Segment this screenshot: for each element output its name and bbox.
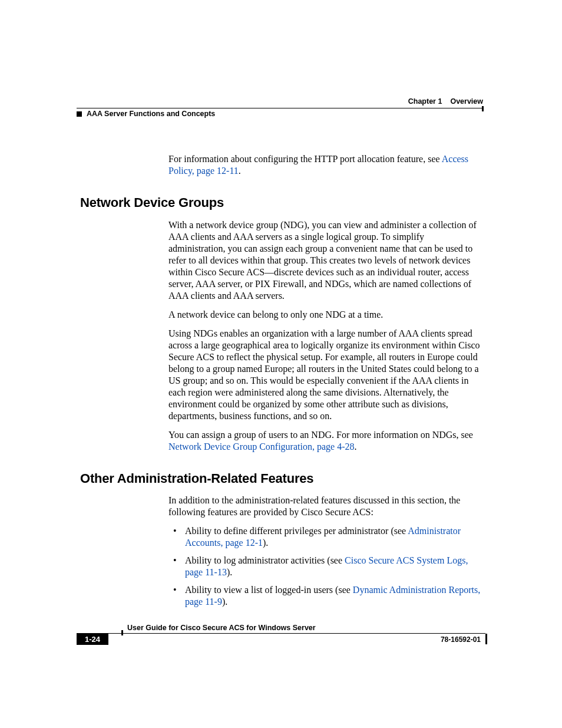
intro-text-post: .	[239, 166, 241, 176]
page-footer: User Guide for Cisco Secure ACS for Wind…	[77, 624, 485, 645]
bullet-pre: Ability to view a list of logged-in user…	[185, 585, 353, 595]
other-paragraph-1: In addition to the administration-relate…	[168, 495, 483, 518]
ndg-paragraph-3: Using NDGs enables an organization with …	[168, 328, 483, 422]
ndg-paragraph-4: You can assign a group of users to an ND…	[168, 429, 483, 453]
list-item: Ability to view a list of logged-in user…	[168, 584, 483, 608]
bullet-pre: Ability to log administrator activities …	[185, 555, 345, 565]
heading-other-admin-features: Other Administration-Related Features	[80, 470, 483, 487]
heading-network-device-groups: Network Device Groups	[80, 195, 483, 211]
footer-bottom-row: 1-24 78-16592-01	[77, 634, 485, 645]
bullet-pre: Ability to define different privileges p…	[185, 526, 408, 536]
ndg-paragraph-1: With a network device group (NDG), you c…	[168, 219, 483, 302]
section-marker-icon	[77, 111, 82, 117]
list-item: Ability to log administrator activities …	[168, 555, 483, 578]
section-title-row: AAA Server Functions and Concepts	[77, 110, 483, 118]
page-content: Chapter 1 Overview AAA Server Functions …	[77, 97, 483, 615]
section-title: AAA Server Functions and Concepts	[87, 110, 215, 118]
chapter-title: Overview	[450, 97, 483, 106]
ndg-config-link[interactable]: Network Device Group Configuration, page…	[168, 442, 354, 452]
bullet-post: ).	[222, 597, 227, 607]
ndg-paragraph-2: A network device can belong to only one …	[168, 309, 483, 321]
list-item: Ability to define different privileges p…	[168, 525, 483, 549]
ndg-p4-pre: You can assign a group of users to an ND…	[168, 430, 473, 440]
page-number-badge: 1-24	[77, 634, 108, 645]
header-rule	[77, 108, 483, 108]
intro-paragraph: For information about configuring the HT…	[168, 153, 483, 177]
bullet-post: ).	[227, 567, 232, 577]
ndg-p4-post: .	[354, 442, 356, 452]
bullet-post: ).	[263, 538, 268, 548]
body-content: For information about configuring the HT…	[168, 153, 483, 608]
footer-doc-title: User Guide for Cisco Secure ACS for Wind…	[77, 624, 485, 634]
document-number: 78-16592-01	[441, 635, 485, 644]
chapter-label: Chapter 1	[408, 97, 442, 106]
running-header: Chapter 1 Overview	[77, 97, 483, 106]
intro-text: For information about configuring the HT…	[168, 154, 442, 164]
feature-list: Ability to define different privileges p…	[168, 525, 483, 608]
